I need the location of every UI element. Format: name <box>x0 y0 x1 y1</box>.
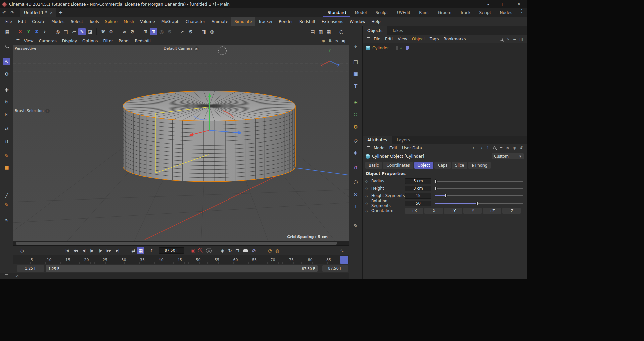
menu-edit[interactable]: Edit <box>15 17 29 26</box>
status-menu-icon[interactable]: ☰ <box>4 273 9 279</box>
undo-icon[interactable]: ↶ <box>0 10 8 15</box>
orientation-button-nz[interactable]: -Z <box>502 208 521 214</box>
plane-primitive-icon[interactable]: ▱ <box>70 28 78 35</box>
minimize-button[interactable]: – <box>480 0 496 8</box>
prev-key-button[interactable]: ◀◀ <box>71 247 80 254</box>
objects-menu-file[interactable]: File <box>371 35 383 43</box>
section-tab-basic[interactable]: Basic <box>365 162 382 169</box>
height-segments-slider[interactable] <box>435 195 523 196</box>
text-object-icon[interactable]: T <box>352 83 359 90</box>
layout-tab-nodes[interactable]: Nodes <box>495 8 517 17</box>
modeling-settings-icon[interactable]: ⚙ <box>107 28 115 35</box>
status-render-icon[interactable]: ⊘ <box>14 273 20 279</box>
clock-icon[interactable]: ◔ <box>266 247 274 254</box>
section-tab-coordinates[interactable]: Coordinates <box>383 162 413 169</box>
snap-tool-icon[interactable]: ∩ <box>3 137 10 145</box>
edge-mode-icon[interactable]: ╱ <box>3 192 10 199</box>
layout-tab-sculpt[interactable]: Sculpt <box>371 8 392 17</box>
close-button[interactable]: ✕ <box>511 0 527 8</box>
slider-handle[interactable] <box>476 202 478 205</box>
rotate-tool-icon[interactable]: ↻ <box>3 98 10 106</box>
menu-select[interactable]: Select <box>67 17 86 26</box>
orientation-button-nx[interactable]: -X <box>424 208 443 214</box>
simulation-tool-icon[interactable]: ∞ <box>121 28 128 35</box>
annotation-icon[interactable]: ✎ <box>352 222 359 230</box>
tab-takes[interactable]: Takes <box>387 26 408 35</box>
focus-icon[interactable]: ◎ <box>512 145 517 151</box>
playhead[interactable] <box>340 256 348 264</box>
layout-overflow-icon[interactable]: ⋮ <box>517 8 527 17</box>
dolly-view-icon[interactable]: ⇅ <box>327 38 333 44</box>
render-settings-icon[interactable]: ◍ <box>208 28 216 35</box>
enabled-check-icon[interactable]: ✓ <box>400 46 403 50</box>
simulation-settings-icon[interactable]: ⚙ <box>129 28 136 35</box>
attributes-menu-mode[interactable]: Mode <box>371 144 387 152</box>
menu-file[interactable]: File <box>2 17 15 26</box>
menu-help[interactable]: Help <box>368 17 383 26</box>
height-slider[interactable] <box>435 188 523 189</box>
viewport-menu-filter[interactable]: Filter <box>100 37 116 45</box>
pan-view-icon[interactable]: ⊕ <box>320 38 326 44</box>
fcurve-editor-icon[interactable]: ∿ <box>338 247 346 254</box>
menu-mesh[interactable]: Mesh <box>121 17 137 26</box>
menu-character[interactable]: Character <box>182 17 208 26</box>
menu-redshift[interactable]: Redshift <box>296 17 319 26</box>
play-button[interactable]: ▶ <box>88 247 96 254</box>
scale-tool-icon[interactable]: ⊡ <box>3 111 10 118</box>
viewport-menu-redshift[interactable]: Redshift <box>132 37 154 45</box>
world-icon[interactable]: ◍ <box>274 247 281 254</box>
section-tab-object[interactable]: Object <box>414 162 433 169</box>
key-rotation-icon[interactable]: ↻ <box>226 247 234 254</box>
next-frame-button[interactable]: |▶ <box>96 247 105 254</box>
range-end-field[interactable]: 87.50 F <box>322 265 348 272</box>
spline-mode-icon[interactable]: ∿ <box>3 216 10 224</box>
layout-tab-standard[interactable]: Standard <box>323 8 351 17</box>
key-diamond-icon[interactable]: ◇ <box>365 194 369 198</box>
generator-icon[interactable]: ⚙ <box>352 123 359 131</box>
camera-toggle-icon[interactable]: ▣ <box>194 46 199 51</box>
section-tab-phong[interactable]: ◗ Phong <box>468 162 491 169</box>
menu-tools[interactable]: Tools <box>86 17 102 26</box>
team-render-icon[interactable]: ▦ <box>325 28 332 35</box>
radius-slider[interactable] <box>435 181 523 182</box>
next-key-button[interactable]: ▶▶ <box>105 247 113 254</box>
live-selection-tool-icon[interactable]: ↖ <box>3 58 10 65</box>
range-slider[interactable]: 1.25 F 87.50 F <box>46 265 318 272</box>
layout-tab-track[interactable]: Track <box>456 8 475 17</box>
tweak-tool-icon[interactable]: ⚙ <box>3 70 10 78</box>
axis-modify-icon[interactable]: ⇄ <box>3 125 10 132</box>
viewport-menu-options[interactable]: Options <box>80 37 100 45</box>
workplane-grid-icon[interactable]: ⊞ <box>142 28 149 35</box>
menu-mograph[interactable]: MoGraph <box>158 17 183 26</box>
tab-attributes[interactable]: Attributes <box>363 136 392 144</box>
spline-pen-icon[interactable]: ◎ <box>54 28 61 35</box>
objects-menu-object[interactable]: Object <box>410 35 427 43</box>
filter-icon[interactable]: ≣ <box>498 145 504 151</box>
snapping-grid-icon[interactable]: ⊞ <box>150 28 157 35</box>
redo-icon[interactable]: ↷ <box>8 10 16 15</box>
section-tab-caps[interactable]: Caps <box>434 162 451 169</box>
attributes-menu-edit[interactable]: Edit <box>387 144 400 152</box>
viewport-menu-panel[interactable]: Panel <box>116 37 132 45</box>
tool-hint-badge-icon[interactable]: ▸ <box>45 109 50 113</box>
viewport-menu-icon[interactable]: ☰ <box>15 38 21 44</box>
back-icon[interactable]: ← <box>471 145 477 151</box>
lock-icon[interactable]: ⊠ <box>505 145 511 151</box>
layout-tab-script[interactable]: Script <box>475 8 496 17</box>
object-row-cylinder[interactable]: Cylinder ✓ <box>363 44 527 52</box>
objects-menu-view[interactable]: View <box>395 35 409 43</box>
coordinate-system-icon[interactable]: ⌖ <box>41 28 48 35</box>
workplane-settings-icon[interactable]: ⚙ <box>166 28 173 35</box>
knife-settings-icon[interactable]: ⚙ <box>187 28 194 35</box>
home-icon[interactable]: ⌂ <box>505 36 511 42</box>
slider-handle[interactable] <box>435 187 437 190</box>
key-diamond-icon[interactable]: ◇ <box>365 179 369 183</box>
pen-tool-icon[interactable]: ✎ <box>78 28 86 35</box>
slider-handle[interactable] <box>445 194 447 198</box>
maximize-button[interactable]: □ <box>496 0 511 8</box>
key-toggle-pill[interactable] <box>243 249 248 252</box>
autokey-off-icon[interactable]: ⊘ <box>250 247 258 254</box>
timeline-ruler[interactable]: 510152025303540455055606570758085 <box>13 255 349 264</box>
lock-y-axis-icon[interactable]: Y <box>25 28 32 35</box>
make-editable-icon[interactable]: ✎ <box>3 152 10 160</box>
